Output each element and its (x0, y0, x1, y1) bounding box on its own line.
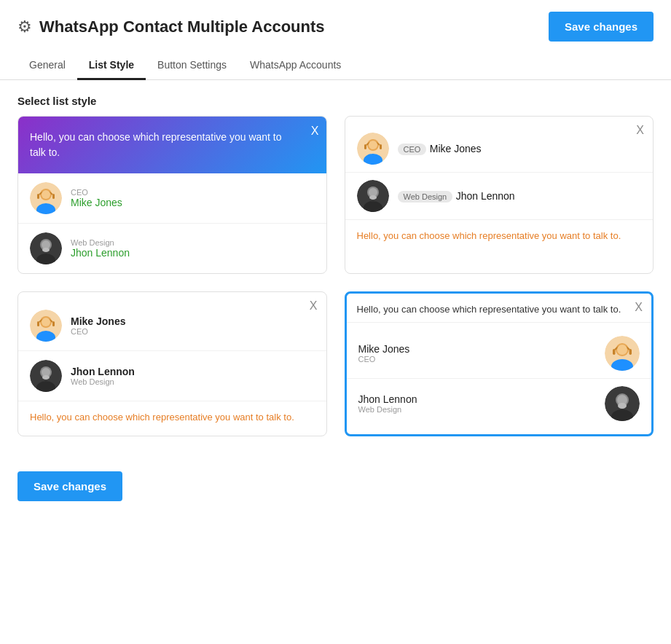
table-row: Web Design Jhon Lennon (18, 224, 326, 273)
role-badge: CEO (398, 144, 427, 155)
role-badge: Web Design (398, 191, 453, 203)
card2-close-icon[interactable]: X (636, 124, 644, 137)
contact-col-john-2: Web Design Jhon Lennon (398, 189, 515, 203)
tabs-bar: General List Style Button Settings Whats… (0, 44, 671, 80)
card4-header-text: Hello, you can choose which representati… (347, 294, 652, 323)
name-label: Mike Jones (358, 343, 410, 355)
page-title: WhatsApp Contact Multiple Accounts (39, 17, 325, 36)
avatar-john-4 (605, 386, 640, 421)
table-row: Web Design Jhon Lennon (345, 173, 654, 219)
role-label: Web Design (71, 377, 135, 386)
card1-contacts: CEO Mike Jones (18, 173, 326, 273)
card3-message: Hello, you can choose which representati… (18, 401, 326, 433)
contact-info-john-3: Jhon Lennon Web Design (71, 366, 135, 386)
avatar-mike-2 (357, 133, 389, 165)
name-label: Jhon Lennon (456, 190, 515, 202)
tab-list-style[interactable]: List Style (77, 52, 146, 80)
table-row: CEO Mike Jones (18, 173, 326, 224)
contact-info-mike-1: CEO Mike Jones (71, 188, 122, 208)
header-left: ⚙ WhatsApp Contact Multiple Accounts (17, 17, 325, 36)
contact-col-mike-2: CEO Mike Jones (398, 142, 482, 155)
tab-general[interactable]: General (17, 52, 77, 80)
svg-rect-36 (613, 349, 616, 355)
svg-point-32 (42, 375, 50, 380)
avatar-john-1 (30, 232, 62, 264)
contact-left-mike-4: Mike Jones CEO (358, 343, 410, 364)
avatar-mike-1 (30, 182, 62, 214)
role-label: CEO (71, 327, 125, 336)
card2-contacts: CEO Mike Jones (345, 117, 654, 219)
list-style-card-2[interactable]: X CEO (345, 116, 654, 274)
svg-point-5 (42, 190, 50, 199)
card4-close-icon[interactable]: X (635, 301, 643, 314)
svg-rect-3 (37, 194, 39, 199)
tab-whatsapp-accounts[interactable]: WhatsApp Accounts (238, 52, 353, 80)
svg-rect-26 (52, 321, 55, 326)
svg-point-38 (617, 345, 627, 355)
save-changes-button-bottom[interactable]: Save changes (17, 471, 122, 501)
gear-icon: ⚙ (17, 17, 32, 36)
role-label: CEO (71, 188, 122, 197)
tab-button-settings[interactable]: Button Settings (146, 52, 238, 80)
svg-rect-25 (37, 321, 39, 326)
contact-info-john-1: Web Design Jhon Lennon (71, 238, 130, 259)
card3-contacts: Mike Jones CEO (18, 292, 326, 401)
table-row: Mike Jones CEO (18, 301, 326, 351)
avatar-john-3 (30, 360, 62, 392)
name-label: Jhon Lennon (71, 366, 135, 377)
svg-rect-14 (364, 144, 366, 149)
card3-close-icon[interactable]: X (310, 299, 318, 313)
svg-point-43 (618, 403, 627, 409)
svg-rect-37 (629, 349, 632, 355)
table-row: CEO Mike Jones (345, 125, 654, 173)
table-row: Jhon Lennon Web Design (18, 351, 326, 401)
name-label: Mike Jones (430, 143, 482, 154)
page-wrapper: ⚙ WhatsApp Contact Multiple Accounts Sav… (0, 0, 671, 644)
svg-point-16 (369, 141, 377, 149)
bottom-bar: Save changes (0, 454, 671, 519)
role-label: CEO (358, 355, 410, 364)
avatar-john-2 (357, 180, 389, 212)
contact-left-john-4: Jhon Lennon Web Design (358, 393, 417, 414)
contact-info-mike-3: Mike Jones CEO (71, 315, 125, 336)
card4-contacts: Mike Jones CEO (347, 323, 652, 434)
role-label: Web Design (71, 238, 130, 247)
table-row: Mike Jones CEO (347, 329, 652, 379)
card2-message: Hello, you can choose which representati… (345, 219, 654, 252)
svg-rect-4 (52, 194, 55, 199)
cards-grid: Hello, you can choose which representati… (0, 116, 671, 436)
section-label: Select list style (0, 80, 671, 116)
header: ⚙ WhatsApp Contact Multiple Accounts Sav… (0, 0, 671, 42)
svg-point-21 (369, 195, 377, 200)
card1-header-text: Hello, you can choose which representati… (30, 131, 282, 158)
name-label: Jhon Lennon (71, 247, 130, 259)
list-style-card-3[interactable]: X Mike J (17, 291, 327, 436)
card1-header: Hello, you can choose which representati… (18, 117, 326, 173)
svg-point-27 (42, 318, 50, 326)
name-label: Jhon Lennon (358, 393, 417, 405)
card1-close-icon[interactable]: X (311, 122, 319, 140)
avatar-mike-4 (605, 336, 640, 371)
svg-point-10 (42, 248, 50, 252)
save-changes-button-top[interactable]: Save changes (549, 12, 654, 42)
name-label: Mike Jones (71, 197, 122, 208)
list-style-card-4[interactable]: X Hello, you can choose which representa… (345, 291, 654, 436)
list-style-card-1[interactable]: Hello, you can choose which representati… (17, 116, 327, 274)
role-label: Web Design (358, 405, 417, 414)
avatar-mike-3 (30, 310, 62, 342)
table-row: Jhon Lennon Web Design (347, 379, 652, 428)
svg-rect-15 (380, 144, 382, 149)
name-label: Mike Jones (71, 315, 125, 327)
